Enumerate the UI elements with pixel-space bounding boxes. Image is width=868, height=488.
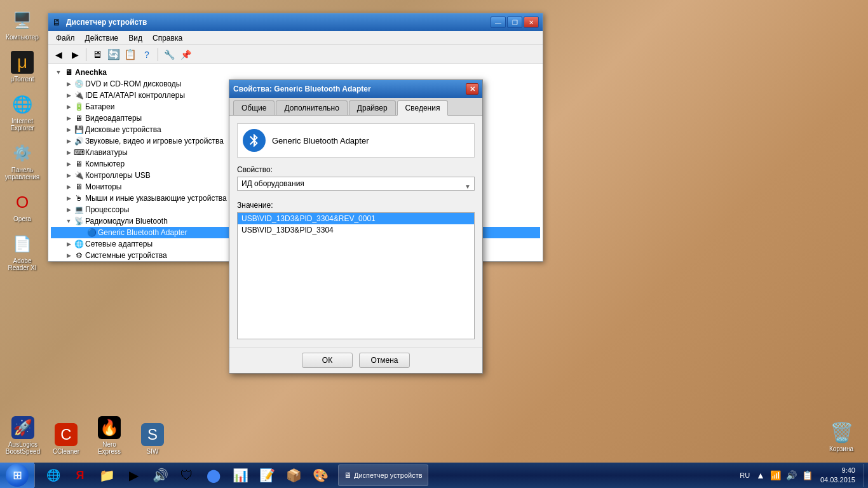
toolbar: ◀ ▶ 🖥 🔄 📋 ? 🔧 📌 — [48, 45, 543, 64]
ok-button[interactable]: ОК — [302, 353, 353, 368]
disk-expand: ▶ — [64, 125, 74, 135]
dialog-close-button[interactable]: ✕ — [466, 83, 478, 95]
value-item-2[interactable]: USB\VID_13D3&PID_3304 — [238, 224, 474, 236]
tab-details[interactable]: Сведения — [397, 100, 449, 116]
taskbar-volume[interactable]: 🔊 — [147, 464, 173, 487]
taskbar-paint[interactable]: 🎨 — [308, 464, 333, 487]
nero-label: Nero Express — [92, 441, 127, 455]
taskbar-explorer[interactable]: 📁 — [94, 464, 119, 487]
taskbar-antivirus[interactable]: 🛡 — [174, 464, 200, 487]
adobe-label: Adobe Reader XI — [4, 257, 40, 271]
forward-button[interactable]: ▶ — [67, 47, 83, 62]
desktop-icon-adobe[interactable]: 📄 Adobe Reader XI — [2, 230, 43, 274]
back-button[interactable]: ◀ — [51, 47, 66, 62]
taskbar-pinned: 🌐 Я 📁 ▶ 🔊 🛡 ⬤ 📊 📝 📦 🎨 — [39, 463, 334, 488]
tools-button2[interactable]: 📌 — [178, 47, 193, 62]
taskbar-media[interactable]: ▶ — [121, 464, 146, 487]
menu-help[interactable]: Справка — [147, 32, 187, 44]
property-label: Свойство: — [237, 165, 475, 174]
show-desktop[interactable] — [34, 464, 39, 487]
tray-language[interactable]: RU — [737, 471, 752, 479]
menu-file[interactable]: Файл — [51, 32, 80, 44]
bt-adapter-label: Generic Bluetooth Adapter — [98, 228, 187, 237]
toolbar-separator-1 — [86, 48, 86, 61]
adobe-icon: 📄 — [11, 233, 34, 255]
display-icon: 🖥 — [74, 113, 84, 123]
tab-advanced[interactable]: Дополнительно — [276, 100, 347, 115]
taskbar-device-manager[interactable]: 🖥 Диспетчер устройств — [338, 464, 428, 486]
tree-root[interactable]: ▼ 🖥 Anechka — [51, 67, 540, 78]
sound-expand: ▶ — [64, 136, 74, 146]
show-desktop-right[interactable] — [863, 464, 868, 487]
desktop-icon-utorrent[interactable]: μ μTorrent — [2, 48, 43, 85]
desktop-icon-ccleaner[interactable]: C CCleaner — [46, 421, 86, 458]
computer-button[interactable]: 🖥 — [90, 47, 105, 62]
tree-root-icon: 🖥 — [64, 67, 74, 78]
taskbar-yandex[interactable]: Я — [67, 464, 93, 487]
device-manager-icon: 🖥 — [52, 17, 62, 27]
desktop-icon-opera[interactable]: O Opera — [2, 188, 43, 225]
desktop-icon-recycle[interactable]: 🗑️ Корзина — [821, 418, 862, 455]
taskbar-device-manager-label: Диспетчер устройств — [354, 471, 423, 479]
desktop-icon-control-panel[interactable]: ⚙️ Панель управления — [2, 139, 43, 183]
dvd-icon: 💿 — [74, 79, 84, 89]
keyboards-label: Клавиатуры — [85, 148, 128, 157]
taskbar-ie[interactable]: 🌐 — [41, 464, 66, 487]
start-button[interactable]: ⊞ — [0, 463, 34, 488]
ie-icon: 🌐 — [11, 93, 34, 116]
help-button[interactable]: ? — [139, 47, 154, 62]
computer-expand: ▶ — [64, 159, 74, 169]
minimize-button[interactable]: — — [491, 17, 506, 28]
desktop-icon-siw[interactable]: S SIW — [132, 421, 173, 458]
cancel-button[interactable]: Отмена — [359, 353, 410, 368]
tray-arrow[interactable]: ▲ — [755, 469, 766, 482]
desktop-icon-auslogics[interactable]: 🚀 AusLogics BoostSpeed — [3, 414, 43, 458]
menu-action[interactable]: Действие — [80, 32, 124, 44]
restore-button[interactable]: ❐ — [507, 17, 522, 28]
ide-icon: 🔌 — [74, 90, 84, 100]
ie-label: Internet Explorer — [4, 118, 40, 132]
menu-view[interactable]: Вид — [123, 32, 147, 44]
close-button[interactable]: ✕ — [524, 17, 539, 28]
ide-label: IDE ATA/ATAPI контроллеры — [85, 91, 185, 100]
display-expand: ▶ — [64, 113, 74, 123]
property-dropdown[interactable]: ИД оборудования — [237, 177, 475, 191]
system-icon: ⚙ — [74, 250, 84, 261]
tray-volume[interactable]: 🔊 — [785, 469, 798, 482]
refresh-button[interactable]: 🔄 — [106, 47, 121, 62]
tray-action-center[interactable]: 📋 — [801, 469, 814, 482]
tray-clock[interactable]: 9:40 04.03.2015 — [817, 466, 859, 485]
tab-general[interactable]: Общие — [233, 100, 275, 115]
desktop-icon-computer[interactable]: 🖥️ Компьютер — [2, 6, 43, 43]
taskbar-ppt[interactable]: 📊 — [227, 464, 253, 487]
tools-button1[interactable]: 🔧 — [161, 47, 177, 62]
processors-expand: ▶ — [64, 205, 74, 215]
tab-driver[interactable]: Драйвер — [349, 100, 396, 115]
ccleaner-label: CCleaner — [53, 448, 79, 455]
value-label: Значение: — [237, 201, 475, 210]
siw-icon: S — [141, 423, 164, 446]
siw-label: SIW — [147, 448, 159, 455]
mice-icon: 🖱 — [74, 193, 84, 203]
dialog-tabs: Общие Дополнительно Драйвер Сведения — [229, 98, 482, 116]
bt-adapter-icon: 🔵 — [86, 227, 97, 238]
usb-icon: 🔌 — [74, 170, 84, 180]
property-dropdown-wrapper[interactable]: ИД оборудования — [237, 177, 475, 196]
value-item-1[interactable]: USB\VID_13D3&PID_3304&REV_0001 — [238, 213, 474, 224]
desktop-icon-nero[interactable]: 🔥 Nero Express — [89, 414, 130, 458]
value-list[interactable]: USB\VID_13D3&PID_3304&REV_0001 USB\VID_1… — [237, 212, 475, 339]
network-label: Сетевые адаптеры — [85, 240, 153, 248]
mice-label: Мыши и иные указывающие устройства — [85, 194, 227, 203]
start-orb: ⊞ — [6, 464, 29, 487]
opera-icon: O — [11, 191, 34, 214]
monitors-icon: 🖥 — [74, 182, 84, 192]
tray-network[interactable]: 📶 — [769, 469, 782, 482]
taskbar-chrome[interactable]: ⬤ — [201, 464, 226, 487]
utorrent-label: μTorrent — [11, 76, 34, 83]
display-label: Видеоадаптеры — [85, 114, 142, 123]
desktop-icon-ie[interactable]: 🌐 Internet Explorer — [2, 90, 43, 134]
taskbar-word[interactable]: 📝 — [254, 464, 280, 487]
computer-tree-label: Компьютер — [85, 159, 125, 168]
properties-button[interactable]: 📋 — [123, 47, 138, 62]
taskbar-winrar[interactable]: 📦 — [281, 464, 306, 487]
